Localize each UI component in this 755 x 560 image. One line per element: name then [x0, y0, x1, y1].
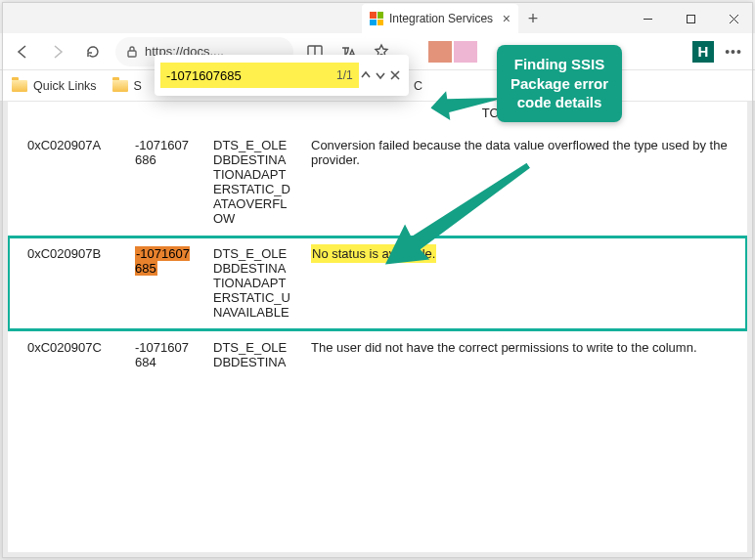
cell-desc: The user did not have the correct permis…: [301, 330, 747, 380]
browser-tab-active[interactable]: Integration Services ×: [362, 4, 518, 33]
svg-rect-1: [687, 15, 694, 22]
cell-name: DTS_E_OLEDBDESTINA: [203, 330, 301, 380]
new-tab-button[interactable]: +: [518, 4, 548, 33]
extension-swatches[interactable]: [403, 41, 477, 63]
bookmark-label: S: [134, 79, 142, 93]
refresh-button[interactable]: [76, 37, 110, 66]
close-tab-icon[interactable]: ×: [503, 12, 511, 25]
find-count: 1/1: [336, 63, 359, 88]
folder-icon: [12, 80, 27, 92]
window-minimize-button[interactable]: [626, 4, 669, 33]
find-close-button[interactable]: [388, 63, 403, 88]
microsoft-logo-icon: [370, 12, 383, 25]
tab-title: Integration Services: [389, 12, 493, 25]
page-content-scroll[interactable]: TCH 0xC020907A -1071607686 DTS_E_OLEDBDE…: [8, 102, 747, 552]
window-maximize-button[interactable]: [669, 4, 712, 33]
cell-dec: -1071607684: [125, 330, 203, 380]
text-fragment: TCH: [8, 102, 747, 128]
find-match-highlight: -1071607685: [135, 246, 190, 276]
window-close-button[interactable]: [712, 4, 755, 33]
annotation-callout: Finding SSIS Package error code details: [497, 45, 622, 122]
lock-icon: [125, 45, 139, 59]
bookmark-s[interactable]: S: [112, 79, 142, 93]
back-button[interactable]: [6, 37, 39, 66]
table-row: 0xC020907C -1071607684 DTS_E_OLEDBDESTIN…: [8, 330, 747, 380]
cell-hex: 0xC020907C: [8, 330, 125, 380]
svg-rect-4: [128, 51, 136, 57]
find-input[interactable]: [160, 63, 336, 88]
forward-button[interactable]: [41, 37, 74, 66]
cell-hex: 0xC020907B: [8, 237, 125, 330]
bookmark-quicklinks[interactable]: Quick Links: [12, 79, 97, 93]
more-menu-button[interactable]: •••: [718, 37, 749, 66]
find-next-button[interactable]: [374, 63, 388, 88]
bookmark-label: Quick Links: [33, 79, 97, 93]
find-in-page-bar: 1/1: [155, 55, 409, 96]
table-row: 0xC020907A -1071607686 DTS_E_OLEDBDESTIN…: [8, 128, 747, 237]
cell-hex: 0xC020907A: [8, 128, 125, 237]
extension-h-badge[interactable]: H: [692, 41, 714, 63]
cell-dec: -1071607686: [125, 128, 203, 237]
folder-icon: [112, 80, 128, 92]
cell-name: DTS_E_OLEDBDESTINATIONADAPTERSTATIC_UNAV…: [203, 237, 301, 330]
find-prev-button[interactable]: [359, 63, 374, 88]
bookmark-label: C: [414, 79, 422, 93]
cell-dec: -1071607685: [125, 237, 203, 330]
titlebar: Integration Services × +: [0, 0, 755, 33]
cell-desc: No status is available.: [301, 237, 747, 330]
cell-name: DTS_E_OLEDBDESTINATIONADAPTERSTATIC_DATA…: [203, 128, 301, 237]
